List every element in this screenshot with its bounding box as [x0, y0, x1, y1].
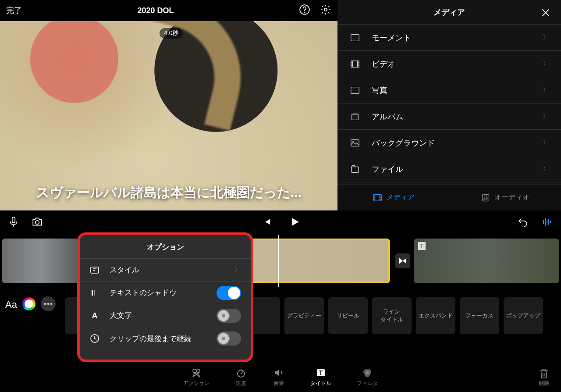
media-row-label: バックグラウンド	[372, 138, 435, 148]
toggle-uppercase[interactable]	[217, 309, 241, 323]
undo-icon[interactable]	[517, 216, 529, 229]
settings-icon[interactable]	[320, 4, 331, 17]
color-picker-icon[interactable]	[22, 297, 36, 310]
transition-icon[interactable]	[395, 253, 410, 268]
play-icon[interactable]	[289, 216, 301, 229]
option-shadow: テキストのシャドウ	[80, 282, 251, 304]
photo-icon	[349, 86, 361, 95]
uppercase-icon: A	[89, 310, 100, 321]
toggle-shadow[interactable]	[217, 286, 241, 300]
svg-point-2	[324, 8, 327, 11]
chevron-right-icon: 〉	[543, 112, 550, 121]
media-row-file[interactable]: ファイル〉	[337, 156, 561, 182]
option-uppercase: A 大文字	[80, 304, 251, 327]
more-options-icon[interactable]	[41, 296, 56, 311]
title-style-card[interactable]: グラビティー	[284, 297, 324, 334]
prev-icon[interactable]	[262, 217, 272, 228]
svg-point-17	[47, 303, 49, 305]
preview-viewer[interactable]: 4.0秒 スヴァールバル諸島は本当に北極圏だった...	[0, 21, 337, 210]
svg-point-19	[193, 369, 196, 373]
svg-point-16	[44, 303, 46, 305]
tab-media[interactable]: メディア	[337, 185, 449, 210]
title-style-card[interactable]: フォーカス	[460, 297, 499, 334]
tool-filter[interactable]: フィルタ	[357, 367, 378, 387]
media-row-photo[interactable]: 写真〉	[337, 77, 561, 103]
svg-point-26	[365, 372, 370, 377]
font-button[interactable]: Aa	[5, 299, 17, 310]
option-style[interactable]: スタイル 〉	[80, 259, 251, 282]
svg-rect-14	[12, 217, 15, 223]
tool-volume[interactable]: 音量	[273, 367, 285, 387]
title-style-card[interactable]: ライン タイトル	[372, 297, 412, 334]
svg-point-12	[483, 198, 485, 200]
media-row-label: ビデオ	[372, 59, 395, 69]
media-row-video[interactable]: ビデオ〉	[337, 51, 561, 77]
svg-text:T: T	[319, 369, 323, 376]
svg-point-18	[50, 303, 52, 305]
clock-icon	[89, 333, 100, 344]
svg-rect-6	[352, 114, 359, 120]
tool-speed[interactable]: 速度	[235, 367, 247, 387]
project-title: 2020 DOL	[22, 6, 289, 15]
svg-text:A: A	[92, 311, 98, 320]
moments-icon	[349, 33, 361, 43]
clip-duration-badge: 4.0秒	[160, 28, 183, 39]
chevron-right-icon: 〉	[543, 86, 550, 95]
album-icon	[349, 112, 361, 121]
delete-button[interactable]: 削除	[538, 367, 550, 387]
media-row-background[interactable]: バックグラウンド〉	[337, 130, 561, 156]
help-icon[interactable]	[299, 4, 310, 17]
chevron-right-icon: 〉	[543, 138, 550, 147]
background-icon	[349, 138, 361, 148]
media-row-moments[interactable]: モーメント〉	[337, 25, 561, 51]
style-icon	[89, 265, 100, 275]
media-row-album[interactable]: アルバム〉	[337, 103, 561, 130]
media-panel: メディア モーメント〉ビデオ〉写真〉アルバム〉バックグラウンド〉ファイル〉 メデ…	[337, 0, 561, 210]
file-icon	[349, 164, 361, 174]
close-icon[interactable]	[540, 7, 551, 20]
toggle-continue[interactable]	[217, 331, 241, 346]
timeline-clip[interactable]	[414, 239, 559, 283]
video-icon	[349, 59, 361, 69]
camera-icon[interactable]	[32, 216, 43, 229]
title-style-card[interactable]: リビール	[328, 297, 368, 334]
tab-audio[interactable]: オーディオ	[449, 185, 561, 210]
media-row-label: ファイル	[372, 164, 403, 175]
title-style-card[interactable]: ポップアップ	[504, 297, 543, 334]
mic-icon[interactable]	[8, 216, 19, 229]
tool-action[interactable]: アクション	[183, 367, 209, 387]
title-style-card[interactable]: エクスパンド	[416, 297, 455, 334]
popover-title: オプション	[80, 242, 251, 259]
svg-rect-27	[91, 267, 99, 273]
svg-point-20	[196, 369, 200, 373]
svg-rect-3	[351, 34, 359, 41]
svg-rect-11	[482, 194, 489, 201]
timeline-clip[interactable]	[2, 239, 80, 283]
media-row-label: 写真	[372, 85, 387, 96]
svg-point-13	[486, 198, 487, 199]
svg-point-1	[304, 12, 305, 13]
media-row-label: アルバム	[372, 111, 403, 122]
options-popover: オプション スタイル 〉 テキストのシャドウ A 大文字 クリップの最後まで継続	[77, 232, 253, 362]
media-row-label: モーメント	[372, 32, 411, 43]
svg-rect-5	[351, 87, 359, 93]
svg-rect-9	[352, 167, 359, 172]
shadow-icon	[89, 288, 100, 298]
chevron-right-icon: 〉	[543, 59, 550, 68]
chevron-right-icon: 〉	[543, 33, 550, 42]
playhead[interactable]	[278, 235, 279, 287]
chevron-right-icon: 〉	[234, 265, 241, 274]
title-caption: スヴァールバル諸島は本当に北極圏だった...	[0, 184, 337, 202]
tool-title[interactable]: T タイトル	[310, 367, 331, 387]
waveform-icon[interactable]	[541, 217, 553, 228]
media-panel-title: メディア	[433, 7, 465, 18]
done-button[interactable]: 完了	[6, 5, 22, 16]
chevron-right-icon: 〉	[543, 164, 550, 174]
option-continue: クリップの最後まで継続	[80, 327, 251, 350]
svg-point-15	[36, 221, 39, 225]
